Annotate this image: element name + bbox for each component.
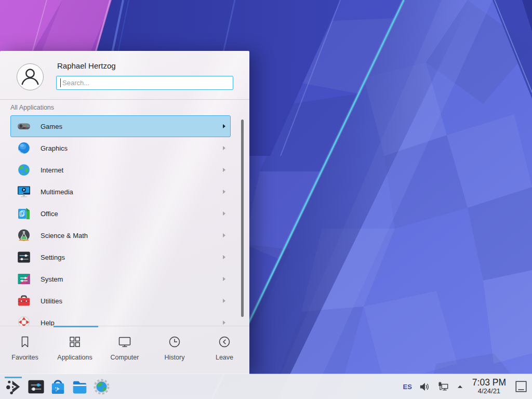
plasma-logo-icon — [5, 378, 23, 396]
toolbox-icon — [17, 294, 31, 308]
submenu-arrow-icon — [223, 168, 225, 172]
category-multimedia[interactable]: Multimedia — [10, 181, 231, 203]
tab-label: Applications — [57, 354, 92, 361]
category-label: Games — [41, 123, 223, 130]
section-label: All Applications — [10, 104, 54, 111]
discover-button[interactable] — [47, 374, 69, 399]
text-caret — [60, 78, 61, 87]
tab-label: Leave — [216, 354, 233, 361]
submenu-arrow-icon — [223, 299, 225, 303]
system-settings-button[interactable] — [25, 374, 47, 399]
submenu-arrow-icon — [223, 277, 225, 281]
category-label: Office — [41, 210, 223, 218]
file-manager-button[interactable] — [69, 374, 90, 399]
submenu-arrow-icon — [223, 255, 225, 259]
network-icon[interactable] — [437, 381, 449, 393]
submenu-arrow-icon — [223, 124, 225, 128]
tab-history[interactable]: History — [150, 326, 200, 374]
category-label: Settings — [41, 254, 223, 261]
category-label: System — [41, 275, 223, 283]
tab-computer[interactable]: Computer — [100, 326, 150, 374]
tab-leave[interactable]: Leave — [200, 326, 249, 374]
discover-bag-icon — [49, 378, 67, 396]
globe-icon — [17, 163, 31, 177]
clock-date: 4/24/21 — [472, 388, 506, 394]
submenu-arrow-icon — [223, 233, 225, 237]
category-label: Help — [41, 319, 223, 327]
search-input[interactable] — [56, 76, 233, 90]
category-games[interactable]: Games — [10, 115, 231, 137]
system-tray: ES 7:03 PM 4/24/21 — [403, 378, 532, 394]
digital-clock[interactable]: 7:03 PM 4/24/21 — [472, 378, 506, 394]
documents-icon — [17, 206, 31, 221]
tab-applications[interactable]: Applications — [50, 326, 100, 374]
category-office[interactable]: Office — [10, 203, 231, 224]
monitor-play-icon — [17, 184, 31, 199]
user-name: Raphael Hertzog — [57, 61, 116, 70]
folder-blue-icon — [71, 378, 89, 396]
tab-favorites[interactable]: Favorites — [0, 326, 50, 374]
active-tab-indicator — [54, 326, 98, 327]
clock-icon — [167, 335, 182, 349]
panel-app-icons — [0, 374, 112, 399]
taskbar-panel: ES 7:03 PM 4/24/21 — [0, 374, 532, 399]
volume-icon[interactable] — [419, 381, 431, 393]
bookmark-icon — [18, 335, 32, 349]
category-label: Internet — [41, 166, 223, 174]
sliders-dark-icon — [17, 250, 31, 264]
category-help[interactable]: Help — [10, 312, 231, 326]
submenu-arrow-icon — [223, 321, 225, 325]
category-graphics[interactable]: Graphics — [10, 137, 231, 159]
clock-time: 7:03 PM — [472, 378, 506, 388]
user-avatar[interactable] — [17, 63, 44, 90]
category-list: GamesGraphicsInternetMultimediaOfficeSci… — [10, 115, 231, 326]
web-browser-button[interactable] — [90, 374, 112, 399]
category-system[interactable]: System — [10, 268, 231, 290]
category-science-math[interactable]: Science & Math — [10, 224, 231, 246]
category-utilities[interactable]: Utilities — [10, 290, 231, 312]
category-settings[interactable]: Settings — [10, 246, 231, 268]
flask-icon — [17, 228, 31, 243]
submenu-arrow-icon — [223, 211, 225, 216]
launcher-header: Raphael Hertzog — [0, 51, 249, 100]
sliders-color-icon — [17, 272, 31, 286]
tab-label: History — [165, 354, 185, 361]
list-scrollbar[interactable] — [241, 119, 244, 317]
monitor-icon — [117, 335, 132, 349]
submenu-arrow-icon — [223, 146, 225, 150]
sphere-icon — [17, 141, 31, 155]
tab-label: Computer — [111, 354, 139, 361]
system-settings-icon — [27, 378, 45, 396]
active-indicator — [5, 377, 22, 378]
category-label: Utilities — [41, 297, 223, 305]
globe-gear-icon — [92, 378, 111, 396]
category-label: Graphics — [41, 144, 223, 152]
show-desktop-button[interactable] — [514, 380, 528, 393]
leave-icon — [217, 335, 232, 349]
application-launcher-button[interactable] — [3, 374, 25, 399]
expand-tray-icon[interactable] — [456, 383, 464, 391]
category-internet[interactable]: Internet — [10, 159, 231, 181]
lifering-icon — [17, 315, 31, 326]
gamepad-icon — [17, 119, 31, 134]
launcher-footer: FavoritesApplicationsComputerHistoryLeav… — [0, 326, 249, 374]
category-label: Multimedia — [41, 188, 223, 196]
category-label: Science & Math — [41, 232, 223, 240]
tab-label: Favorites — [11, 354, 38, 361]
keyboard-layout-indicator[interactable]: ES — [403, 383, 411, 391]
search-box — [56, 76, 233, 90]
application-launcher-menu: Raphael Hertzog All Applications GamesGr… — [0, 51, 249, 374]
grid-icon — [68, 335, 82, 349]
submenu-arrow-icon — [223, 190, 225, 194]
